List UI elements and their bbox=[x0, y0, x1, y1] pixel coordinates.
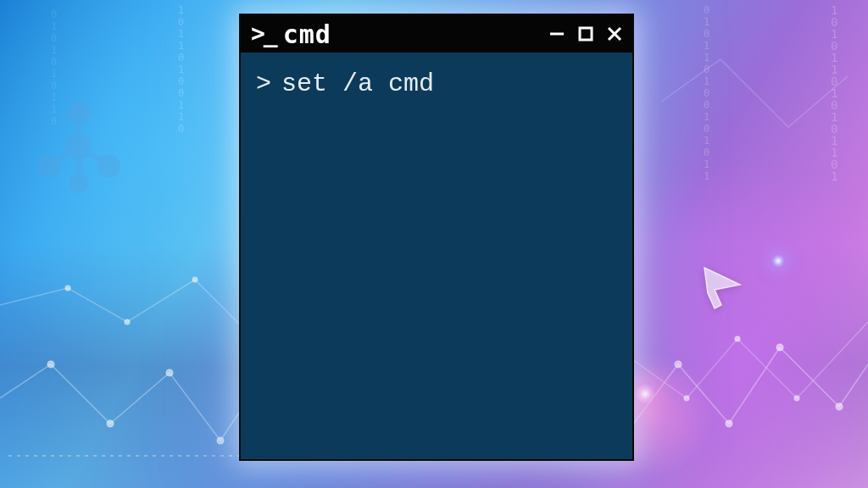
svg-rect-26 bbox=[580, 28, 592, 40]
svg-point-21 bbox=[40, 157, 58, 175]
bg-glow-orb bbox=[771, 254, 785, 268]
window-controls bbox=[548, 25, 624, 43]
svg-point-6 bbox=[192, 277, 198, 282]
bg-triangle-cursor-icon bbox=[699, 263, 746, 309]
maximize-icon bbox=[577, 25, 594, 42]
svg-point-11 bbox=[836, 403, 843, 410]
svg-point-22 bbox=[99, 157, 118, 175]
svg-point-2 bbox=[166, 369, 173, 376]
command-line: > set /a cmd bbox=[256, 68, 617, 101]
svg-marker-24 bbox=[704, 268, 740, 308]
svg-point-0 bbox=[47, 361, 54, 368]
svg-point-1 bbox=[107, 420, 114, 427]
bg-glow-orb bbox=[634, 383, 656, 405]
svg-point-19 bbox=[68, 136, 90, 158]
svg-point-5 bbox=[125, 319, 130, 324]
terminal-window: >_ cmd > set /a cmd bbox=[239, 14, 634, 461]
svg-point-8 bbox=[675, 361, 682, 368]
svg-point-4 bbox=[65, 286, 70, 291]
window-title: cmd bbox=[283, 19, 541, 49]
close-icon bbox=[606, 25, 623, 42]
svg-point-12 bbox=[684, 396, 689, 401]
titlebar[interactable]: >_ cmd bbox=[241, 15, 632, 53]
terminal-prompt-icon: >_ bbox=[251, 22, 276, 46]
svg-point-20 bbox=[70, 103, 88, 122]
bg-molecule-icon bbox=[32, 100, 125, 193]
maximize-button[interactable] bbox=[576, 25, 595, 43]
minimize-icon bbox=[548, 25, 565, 42]
svg-point-3 bbox=[217, 437, 224, 444]
svg-point-10 bbox=[776, 344, 783, 351]
svg-point-23 bbox=[71, 175, 86, 191]
command-prompt-symbol: > bbox=[256, 68, 271, 101]
close-button[interactable] bbox=[605, 25, 624, 43]
minimize-button[interactable] bbox=[548, 25, 566, 43]
terminal-body[interactable]: > set /a cmd bbox=[241, 53, 632, 459]
svg-point-9 bbox=[726, 420, 732, 427]
command-text: set /a cmd bbox=[281, 68, 434, 101]
svg-point-14 bbox=[794, 396, 799, 401]
svg-point-13 bbox=[735, 336, 740, 341]
